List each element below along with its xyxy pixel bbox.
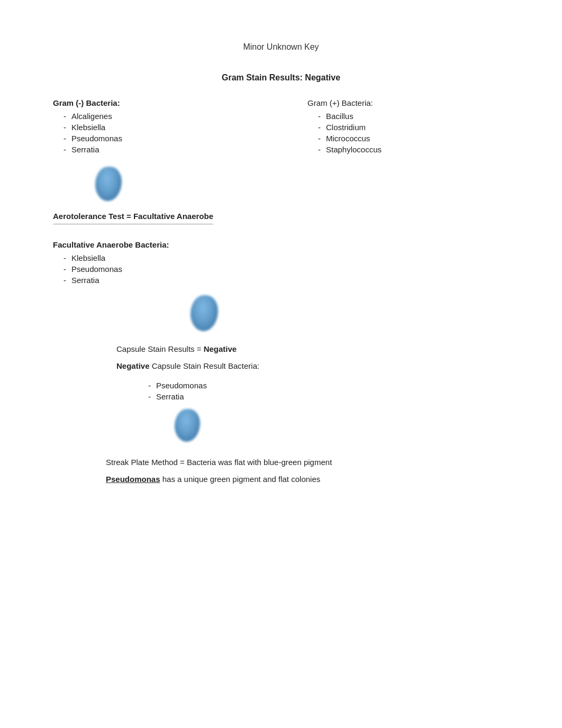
list-item: Pseudomonas [148, 381, 509, 390]
facultative-list: Klebsiella Pseudomonas Serratia [53, 253, 509, 285]
gram-positive-list: Bacillus Clostridium Micrococcus Staphyl… [307, 112, 509, 154]
capsule-value: Negative [204, 344, 237, 353]
capsule-stain-line: Capsule Stain Results = Negative [116, 344, 509, 353]
list-item: Clostridium [318, 123, 509, 132]
list-item: Micrococcus [318, 134, 509, 143]
gram-positive-column: Gram (+) Bacteria: Bacillus Clostridium … [255, 98, 509, 156]
streak-section: Streak Plate Method = Bacteria was flat … [53, 458, 509, 484]
list-item: Serratia [64, 276, 509, 285]
list-item: Bacillus [318, 112, 509, 121]
capsule-prefix: Capsule Stain Results = [116, 344, 204, 353]
aerotolerance-section: Aerotolerance Test = Facultative Anaerob… [53, 212, 509, 285]
capsule-subheader-normal: Capsule Stain Result Bacteria: [150, 361, 260, 370]
aerotolerance-value: Facultative Anaerobe [133, 212, 213, 221]
blob-decoration-1 [95, 167, 509, 201]
gram-positive-header: Gram (+) Bacteria: [307, 98, 509, 107]
aerotolerance-line: Aerotolerance Test = Facultative Anaerob… [53, 212, 213, 224]
aerotolerance-prefix: Aerotolerance Test = [53, 212, 133, 221]
pseudomonas-rest: has a unique green pigment and flat colo… [160, 475, 321, 484]
gram-negative-header: Gram (-) Bacteria: [53, 98, 255, 107]
gram-stain-value: Negative [305, 73, 340, 82]
capsule-negative-bold: Negative [116, 361, 150, 370]
negative-capsule-header: Negative Capsule Stain Result Bacteria: [116, 361, 509, 370]
list-item: Serratia [148, 392, 509, 401]
streak-plate-line: Streak Plate Method = Bacteria was flat … [106, 458, 509, 467]
capsule-bacteria-list: Pseudomonas Serratia [116, 381, 509, 401]
list-item: Serratia [64, 145, 255, 154]
page-title: Minor Unknown Key [53, 42, 509, 52]
pseudomonas-bold: Pseudomonas [106, 475, 160, 484]
list-item: Klebsiella [64, 123, 255, 132]
list-item: Alcaligenes [64, 112, 255, 121]
pseudomonas-conclusion: Pseudomonas has a unique green pigment a… [106, 475, 509, 484]
capsule-section: Capsule Stain Results = Negative Negativ… [53, 344, 509, 401]
list-item: Pseudomonas [64, 265, 509, 274]
gram-negative-column: Gram (-) Bacteria: Alcaligenes Klebsiell… [53, 98, 255, 156]
facultative-header: Facultative Anaerobe Bacteria: [53, 240, 509, 249]
gram-negative-list: Alcaligenes Klebsiella Pseudomonas Serra… [53, 112, 255, 154]
blob-decoration-3 [175, 409, 509, 442]
gram-stain-header: Gram Stain Results: Negative [53, 73, 509, 83]
blob-decoration-2 [191, 295, 509, 331]
list-item: Staphylococcus [318, 145, 509, 154]
list-item: Klebsiella [64, 253, 509, 262]
gram-bacteria-columns: Gram (-) Bacteria: Alcaligenes Klebsiell… [53, 98, 509, 156]
gram-stain-prefix: Gram Stain Results: [222, 73, 305, 82]
list-item: Pseudomonas [64, 134, 255, 143]
